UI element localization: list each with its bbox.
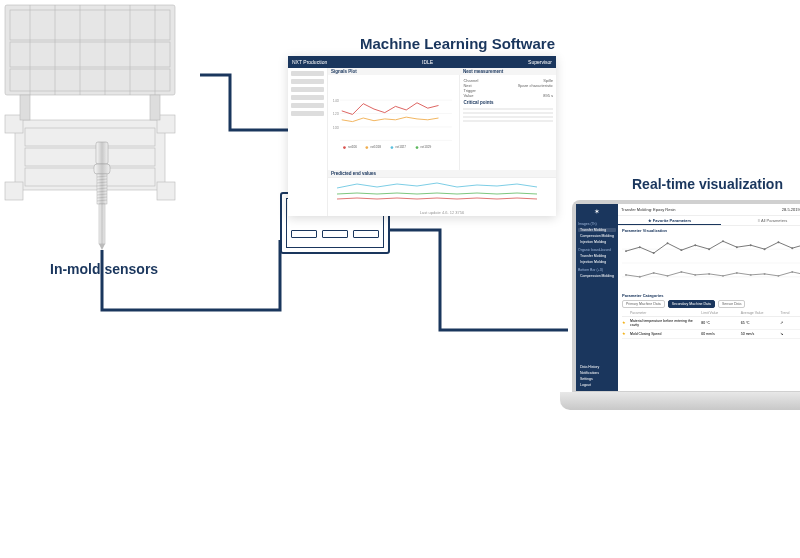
rtv-table-row[interactable]: ★ Material temperature before entering t… xyxy=(622,317,800,330)
rtv-viz-chart xyxy=(618,235,800,291)
svg-rect-15 xyxy=(157,182,175,200)
svg-text:120: 120 xyxy=(333,112,339,116)
ml-critical-points-title: Critical points xyxy=(463,100,553,105)
rtv-logo-icon: ✶ xyxy=(578,208,616,216)
ml-header-user: Supervisor xyxy=(528,59,552,65)
rtv-parameter-table: Parameter Limit Value Average Value Tren… xyxy=(618,310,800,391)
svg-rect-3 xyxy=(10,69,170,91)
ml-software-label: Machine Learning Software xyxy=(360,35,555,52)
svg-point-69 xyxy=(667,275,669,277)
rtv-breadcrumb: Transfer Molding: Epoxy Resin xyxy=(621,207,676,212)
ml-next-measurement-block: ChannelSpille NextSpare characteristic T… xyxy=(463,78,553,98)
rtv-sidebar-logout[interactable]: Logout xyxy=(578,383,616,387)
ml-header-left: NXT Production xyxy=(292,59,327,65)
svg-point-61 xyxy=(750,244,752,246)
rtv-date-range: 28.5.2019 - 29.5.2019 xyxy=(782,207,800,212)
svg-rect-32 xyxy=(99,204,105,244)
rtv-topbar: Transfer Molding: Epoxy Resin 28.5.2019 … xyxy=(618,204,800,216)
rtv-sidebar-item[interactable]: Compression Molding xyxy=(578,234,616,238)
rtv-viz-title: Parameter Visualization xyxy=(618,226,800,235)
svg-marker-33 xyxy=(99,244,105,250)
ml-header: NXT Production IDLE Supervisor xyxy=(288,56,556,68)
rtv-sidebar: ✶ Images (7h) Transfer Molding Compressi… xyxy=(576,204,618,391)
svg-rect-2 xyxy=(10,42,170,67)
svg-point-75 xyxy=(750,274,752,276)
ml-next-measurement-title: Next measurement xyxy=(460,68,556,75)
svg-point-59 xyxy=(722,240,724,242)
rtv-sidebar-notifications[interactable]: Notifications xyxy=(578,371,616,375)
star-icon[interactable]: ★ xyxy=(622,332,630,336)
svg-point-67 xyxy=(639,276,641,278)
rtv-tab-all[interactable]: ≡ All Parameters xyxy=(721,216,800,225)
ml-predicted-values-title: Predicted end values xyxy=(328,170,556,177)
trend-down-icon: ↘ xyxy=(780,332,800,336)
svg-point-78 xyxy=(791,271,793,273)
ml-signals-chart: 140 120 100 rot106 rot1018 rot1027 rot10… xyxy=(328,75,459,170)
svg-point-73 xyxy=(722,275,724,277)
rtv-dashboard: ✶ Images (7h) Transfer Molding Compressi… xyxy=(576,204,800,391)
svg-rect-19 xyxy=(150,95,160,120)
svg-text:rot106: rot106 xyxy=(348,145,357,149)
ml-header-status: IDLE xyxy=(422,59,433,65)
svg-text:140: 140 xyxy=(333,99,339,103)
svg-text:rot1018: rot1018 xyxy=(370,145,381,149)
rtv-cat-tab-sensor[interactable]: Sensor Data xyxy=(718,300,745,308)
star-icon[interactable]: ★ xyxy=(622,321,630,325)
rtv-table-row[interactable]: ★ Mold Closing Speed 60 mm/s 50 mm/s ↘ xyxy=(622,330,800,339)
svg-point-58 xyxy=(708,248,710,250)
rtv-sidebar-item[interactable]: Compression Molding xyxy=(578,274,616,278)
svg-point-60 xyxy=(736,246,738,248)
ml-sidebar xyxy=(288,68,328,216)
rtv-tab-favorite[interactable]: ★ Favorite Parameters xyxy=(618,216,721,225)
ml-signals-plot-title: Signals Plot xyxy=(328,68,460,75)
svg-point-57 xyxy=(694,244,696,246)
svg-point-52 xyxy=(625,250,627,252)
svg-point-41 xyxy=(343,146,346,149)
svg-point-68 xyxy=(653,272,655,274)
svg-point-74 xyxy=(736,272,738,274)
svg-point-64 xyxy=(791,247,793,249)
svg-rect-20 xyxy=(96,142,108,164)
rtv-cat-tab-primary[interactable]: Primary Machine Data xyxy=(622,300,665,308)
ml-predicted-chart xyxy=(328,177,556,209)
svg-point-63 xyxy=(777,241,779,243)
trend-up-icon: ↗ xyxy=(780,321,800,325)
ml-software-panel: NXT Production IDLE Supervisor Signals P… xyxy=(288,56,556,216)
ml-footer-timestamp: Last update 4.6. 12 3756 xyxy=(328,209,556,216)
realtime-viz-label: Real-time visualization xyxy=(632,176,783,192)
svg-point-54 xyxy=(653,252,655,254)
svg-point-53 xyxy=(639,246,641,248)
svg-point-62 xyxy=(764,248,766,250)
svg-rect-14 xyxy=(5,182,23,200)
svg-point-76 xyxy=(764,273,766,275)
svg-point-66 xyxy=(625,274,627,276)
in-mold-sensors-label: In-mold sensors xyxy=(50,261,158,277)
svg-point-72 xyxy=(708,273,710,275)
rtv-cat-tab-secondary[interactable]: Secondary Machine Data xyxy=(668,300,715,308)
in-mold-sensor-illustration xyxy=(90,140,114,250)
svg-rect-21 xyxy=(94,164,110,174)
rtv-sidebar-item[interactable]: Injection Molding xyxy=(578,260,616,264)
svg-point-71 xyxy=(694,274,696,276)
rtv-sidebar-settings[interactable]: Settings xyxy=(578,377,616,381)
rtv-cats-title: Parameter Categories xyxy=(618,291,800,300)
svg-point-43 xyxy=(365,146,368,149)
svg-rect-18 xyxy=(20,95,30,120)
svg-rect-1 xyxy=(10,10,170,40)
svg-point-47 xyxy=(416,146,419,149)
svg-point-70 xyxy=(680,271,682,273)
svg-point-56 xyxy=(680,249,682,251)
rtv-sidebar-data-history[interactable]: Data History xyxy=(578,365,616,369)
rtv-sidebar-item[interactable]: Transfer Molding xyxy=(578,228,616,232)
laptop-illustration: ✶ Images (7h) Transfer Molding Compressi… xyxy=(560,200,800,410)
svg-text:rot1027: rot1027 xyxy=(396,145,407,149)
svg-point-55 xyxy=(667,242,669,244)
svg-point-77 xyxy=(777,275,779,277)
svg-text:100: 100 xyxy=(333,126,339,130)
rtv-sidebar-item[interactable]: Transfer Molding xyxy=(578,254,616,258)
svg-point-45 xyxy=(391,146,394,149)
rtv-sidebar-item[interactable]: Injection Molding xyxy=(578,240,616,244)
svg-text:rot1029: rot1029 xyxy=(421,145,432,149)
